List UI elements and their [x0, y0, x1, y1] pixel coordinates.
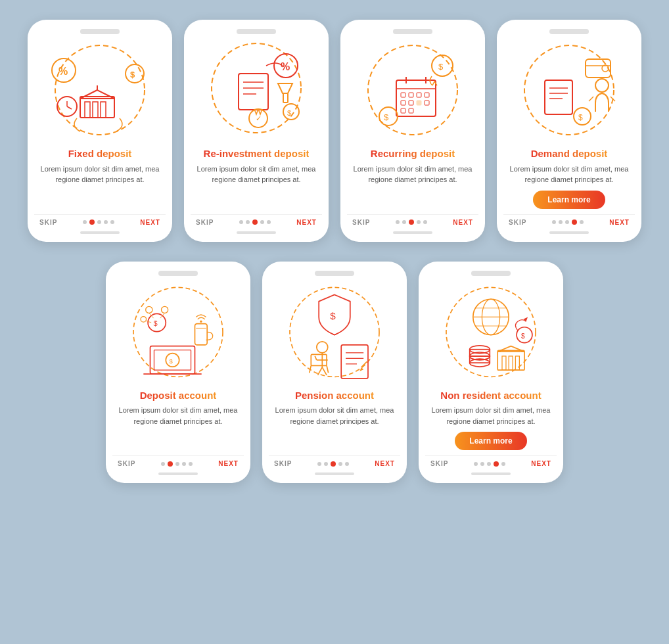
dot-3 [409, 219, 414, 225]
card-desc-deposit-account: Lorem ipsum dolor sit dim amet, mea regi… [112, 405, 244, 426]
svg-rect-40 [401, 108, 405, 113]
next-label-pension[interactable]: NEXT [375, 460, 395, 467]
phone-notch [315, 271, 354, 276]
phone-nav-fixed-deposit: SKIP NEXT [34, 214, 166, 227]
svg-rect-104 [515, 356, 519, 369]
svg-rect-28 [396, 80, 436, 116]
card-desc-non-resident: Lorem ipsum dolor sit dim amet, mea regi… [425, 405, 557, 426]
phone-nav-non-resident: SKIP NEXT [425, 455, 557, 469]
svg-rect-39 [425, 101, 429, 105]
phone-notch [471, 271, 511, 276]
svg-text:$: $ [578, 113, 583, 122]
card-non-resident-account: $ Non resident account Lorem ipsum dolor… [419, 262, 563, 484]
nav-dots-deposit-account [161, 461, 193, 467]
phone-nav-pension: SKIP NEXT [269, 455, 400, 469]
dot-1 [239, 220, 243, 224]
card-recurring-deposit: $ $ Recurring deposit Lorem ipsum dolor … [340, 20, 485, 242]
icon-area-reinvestment: ✓ % $ [200, 41, 312, 143]
learn-more-button-non-resident[interactable]: Learn more [455, 432, 526, 450]
icon-area-deposit-account: $ $ [122, 283, 234, 384]
svg-line-88 [361, 361, 367, 367]
svg-rect-3 [93, 102, 98, 118]
card-desc-fixed-deposit: Lorem ipsum dolor sit dim amet, mea regi… [34, 164, 166, 185]
phone-notch [237, 29, 276, 34]
svg-text:%: % [281, 61, 290, 72]
svg-text:✓: ✓ [256, 114, 262, 122]
svg-rect-41 [409, 108, 413, 113]
svg-rect-15 [239, 74, 268, 110]
svg-rect-67 [195, 323, 208, 344]
next-label-recurring[interactable]: NEXT [453, 219, 473, 226]
nav-dots-recurring [396, 219, 427, 225]
card-title-deposit-account: Deposit account [140, 389, 217, 402]
skip-label-reinvestment[interactable]: SKIP [196, 219, 214, 226]
card-desc-demand: Lorem ipsum dolor sit dim amet, mea regi… [503, 164, 635, 185]
svg-point-80 [317, 341, 328, 352]
card-pension-account: $ Pension acc [262, 262, 407, 484]
svg-marker-89 [359, 367, 363, 371]
home-bar-fixed-deposit [80, 231, 120, 234]
home-bar-deposit-account [158, 472, 198, 475]
dot-3 [97, 220, 101, 224]
dot-1 [83, 220, 87, 224]
dot-5 [345, 462, 349, 466]
dot-1 [552, 220, 556, 224]
svg-text:$: $ [521, 332, 525, 339]
cards-row-2: $ $ Deposit account [106, 262, 563, 484]
svg-rect-84 [341, 344, 368, 378]
svg-point-69 [200, 320, 202, 322]
skip-label-demand[interactable]: SKIP [509, 219, 526, 226]
skip-label-recurring[interactable]: SKIP [352, 219, 370, 226]
svg-rect-37 [409, 101, 413, 105]
svg-rect-36 [401, 101, 405, 105]
learn-more-button-demand[interactable]: Learn more [533, 191, 605, 209]
svg-rect-101 [497, 350, 524, 370]
svg-text:$: $ [287, 109, 291, 117]
skip-label-fixed-deposit[interactable]: SKIP [39, 219, 57, 226]
svg-rect-102 [502, 356, 506, 369]
skip-label-pension[interactable]: SKIP [274, 460, 292, 467]
phone-notch [158, 271, 198, 276]
svg-marker-5 [80, 90, 114, 99]
next-label-non-resident[interactable]: NEXT [531, 460, 551, 467]
dot-2 [559, 220, 563, 224]
skip-label-deposit-account[interactable]: SKIP [118, 460, 135, 467]
svg-text:$: $ [438, 62, 444, 72]
dot-4 [417, 220, 421, 224]
icon-area-demand: $ [513, 41, 625, 143]
home-bar-demand [549, 231, 589, 234]
dot-4 [182, 462, 186, 466]
next-label-deposit-account[interactable]: NEXT [218, 460, 239, 467]
icon-area-pension: $ [279, 283, 390, 384]
dot-5 [110, 220, 114, 224]
icon-area-recurring: $ $ [357, 41, 469, 143]
card-title-recurring: Recurring deposit [371, 147, 455, 160]
card-desc-reinvestment: Lorem ipsum dolor sit dim amet, mea regi… [191, 164, 322, 185]
dot-5 [189, 462, 193, 466]
dot-2 [402, 220, 406, 224]
card-title-demand: Demand deposit [531, 147, 608, 160]
svg-text:$: $ [154, 319, 158, 327]
svg-text:$: $ [130, 70, 135, 80]
svg-rect-33 [409, 93, 413, 97]
card-reinvestment-deposit: ✓ % $ Re-investment deposit Lorem ipsum … [184, 20, 329, 242]
card-title-reinvestment: Re-investment deposit [204, 147, 310, 160]
dot-4 [338, 462, 342, 466]
next-label-demand[interactable]: NEXT [609, 219, 630, 226]
dot-4 [260, 220, 264, 224]
next-label-fixed-deposit[interactable]: NEXT [140, 219, 160, 226]
dot-1 [161, 462, 165, 466]
dot-5 [423, 220, 427, 224]
phone-nav-demand: SKIP NEXT [503, 214, 635, 227]
dot-5 [267, 220, 271, 224]
dot-3 [175, 462, 179, 466]
dot-2 [480, 462, 484, 466]
home-bar-pension [315, 472, 354, 475]
dot-4 [104, 220, 108, 224]
svg-text:%: % [58, 66, 68, 77]
icon-area-non-resident: $ [435, 283, 547, 384]
svg-rect-34 [417, 93, 421, 97]
next-label-reinvestment[interactable]: NEXT [296, 219, 317, 226]
skip-label-non-resident[interactable]: SKIP [430, 460, 448, 467]
nav-dots-pension [317, 461, 349, 467]
